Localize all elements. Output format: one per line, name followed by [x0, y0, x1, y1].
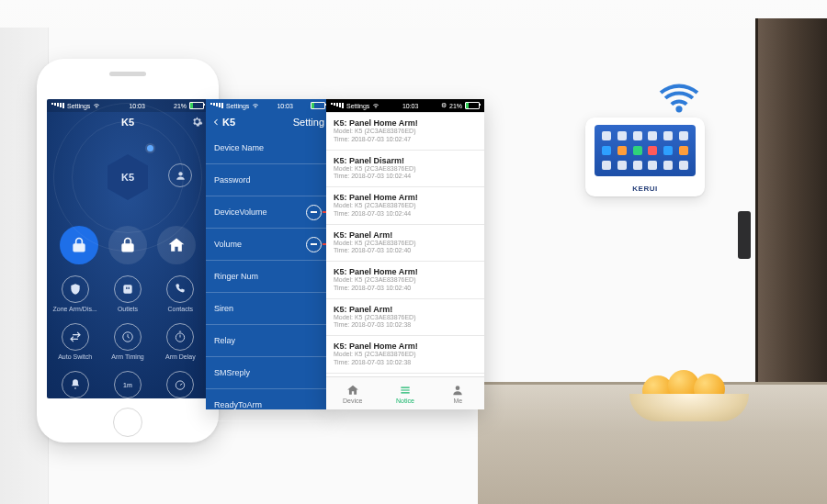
status-bar: Settings 10:03 ⚙21% — [326, 99, 484, 112]
feature-auto-switch[interactable]: Auto Switch — [49, 318, 101, 365]
wall-panel-brand: KERUI — [585, 185, 705, 193]
screen-home: Settings 10:03 21% K5 K5 Zone Arm/Dis...… — [47, 99, 209, 398]
clock-icon — [114, 323, 142, 351]
tab-device-label: Device — [343, 398, 362, 404]
wifi-status-icon — [252, 102, 259, 109]
setting-row-devicevolume[interactable]: DeviceVolume — [206, 196, 330, 229]
timer-icon — [166, 323, 194, 351]
page-title: Setting — [293, 117, 324, 128]
setting-label: Password — [214, 175, 251, 185]
notice-item[interactable]: K5: Panel Disarm!Model: K5 (2C3AE83876ED… — [326, 151, 484, 188]
notice-model: Model: K5 (2C3AE83876ED) — [334, 276, 477, 285]
notice-item[interactable]: K5: Panel Arm!Model: K5 (2C3AE83876ED)Ti… — [326, 299, 484, 337]
notice-model: Model: K5 (2C3AE83876ED) — [334, 165, 477, 174]
feature-label: Arm Timing — [111, 353, 143, 360]
setting-row-device-name[interactable]: Device Name — [206, 132, 330, 164]
feature-alarm-time[interactable]: 1mAlarm Time — [101, 365, 153, 398]
minus-icon[interactable] — [306, 205, 322, 220]
feature-label: Outlets — [118, 306, 138, 312]
back-button[interactable]: K5 — [211, 117, 235, 128]
notice-title: K5: Panel Arm! — [334, 230, 477, 240]
notice-title: K5: Panel Home Arm! — [334, 193, 477, 202]
feature-outlets[interactable]: Outlets — [101, 270, 153, 318]
tab-me-label: Me — [453, 398, 462, 404]
notice-item[interactable]: K5: Panel Home Arm!Model: K5 (2C3AE83876… — [326, 336, 484, 374]
notice-time: Time: 2018-07-03 10:02:40 — [334, 285, 477, 293]
swap-icon — [62, 323, 89, 351]
status-battery-pct: 21% — [174, 103, 187, 109]
status-dot — [147, 145, 153, 151]
setting-label: SMSreply — [214, 368, 250, 377]
setting-label: Siren — [214, 304, 233, 313]
notice-time: Time: 2018-07-03 10:02:47 — [334, 136, 477, 144]
setting-label: Device Name — [214, 143, 264, 152]
feature-alarm-delay[interactable]: Alarm Delay — [154, 365, 207, 398]
tab-device[interactable]: Device — [326, 377, 379, 409]
feature-zone-name[interactable]: Zone Name — [49, 365, 101, 398]
bell-icon — [62, 371, 89, 398]
setting-row-ringer-num[interactable]: Ringer Num — [206, 261, 330, 293]
settings-button[interactable] — [191, 116, 203, 129]
notice-time: Time: 2018-07-03 10:02:38 — [334, 359, 477, 367]
notice-item[interactable]: K5: Panel Home Arm!Model: K5 (2C3AE83876… — [326, 262, 484, 299]
feature-label: Arm Delay — [165, 353, 196, 360]
svg-rect-1 — [123, 285, 131, 293]
setting-label: ReadyToArm — [214, 400, 262, 409]
setting-row-relay[interactable]: Relay — [206, 325, 330, 357]
setting-row-password[interactable]: Password — [206, 164, 330, 196]
setting-row-siren[interactable]: Siren — [206, 293, 330, 325]
profile-button[interactable] — [168, 163, 192, 187]
notice-title: K5: Panel Home Arm! — [334, 342, 477, 351]
signal-icon — [51, 103, 64, 108]
status-settings-label: Settings — [67, 103, 90, 109]
notice-model: Model: K5 (2C3AE83876ED) — [334, 351, 477, 359]
notice-title: K5: Panel Home Arm! — [334, 118, 477, 128]
setting-label: Relay — [214, 336, 235, 345]
back-label: K5 — [222, 117, 235, 128]
notice-time: Time: 2018-07-03 10:02:40 — [334, 247, 477, 255]
notice-model: Model: K5 (2C3AE83876ED) — [334, 314, 477, 322]
minus-icon[interactable] — [306, 237, 322, 252]
tab-notice-label: Notice — [396, 398, 414, 404]
status-bar: Settings 10:03 — [206, 99, 330, 112]
feature-zone-arm-dis[interactable]: Zone Arm/Dis... — [49, 270, 101, 318]
wifi-icon — [659, 83, 699, 119]
status-time: 10:03 — [277, 103, 293, 109]
setting-row-readytoarm[interactable]: ReadyToArm — [206, 389, 330, 421]
tab-me[interactable]: Me — [432, 377, 484, 409]
feature-label: Auto Switch — [58, 353, 92, 360]
notice-item[interactable]: K5: Panel Arm!Model: K5 (2C3AE83876ED)Ti… — [326, 225, 484, 263]
setting-label: DeviceVolume — [214, 207, 267, 217]
feature-contacts[interactable]: Contacts — [154, 270, 207, 318]
setting-row-volume[interactable]: Volume — [206, 229, 330, 261]
signal-icon — [210, 103, 223, 108]
notice-item[interactable]: K5: Panel Home Arm!Model: K5 (2C3AE83876… — [326, 187, 484, 225]
device-hex-label: K5 — [121, 172, 134, 183]
status-settings-label: Settings — [226, 103, 249, 109]
battery-icon — [465, 102, 480, 109]
background-fruit-bowl — [629, 374, 749, 421]
notice-title: K5: Panel Home Arm! — [334, 267, 477, 276]
feature-arm-delay[interactable]: Arm Delay — [154, 318, 207, 365]
svg-rect-3 — [129, 287, 130, 289]
aletimer-icon — [166, 371, 194, 398]
battery-icon — [311, 102, 325, 109]
feature-label: Zone Arm/Dis... — [53, 306, 97, 312]
screen-notices: Settings 10:03 ⚙21% K5: Panel Home Arm!M… — [326, 99, 484, 409]
tab-notice[interactable]: Notice — [379, 377, 431, 409]
notice-list[interactable]: K5: Panel Home Arm!Model: K5 (2C3AE83876… — [326, 112, 484, 376]
tab-bar: Device Notice Me — [326, 376, 484, 409]
svg-point-0 — [178, 172, 182, 175]
device-hex-badge[interactable]: K5 — [108, 154, 148, 200]
notice-model: Model: K5 (2C3AE83876ED) — [334, 202, 477, 210]
notice-item[interactable]: K5: Panel Home Arm!Model: K5 (2C3AE83876… — [326, 113, 484, 151]
svg-rect-2 — [126, 287, 127, 289]
setting-row-smsreply[interactable]: SMSreply — [206, 357, 330, 389]
setting-label: Volume — [214, 240, 242, 249]
feature-arm-timing[interactable]: Arm Timing — [101, 318, 153, 365]
scene: KERUI Settings 10:03 21% K5 K5 — [0, 0, 827, 504]
status-time: 10:03 — [402, 103, 419, 109]
status-settings-label: Settings — [346, 103, 369, 109]
alarm-icon: 1m — [114, 371, 142, 398]
notice-model: Model: K5 (2C3AE83876ED) — [334, 240, 477, 248]
